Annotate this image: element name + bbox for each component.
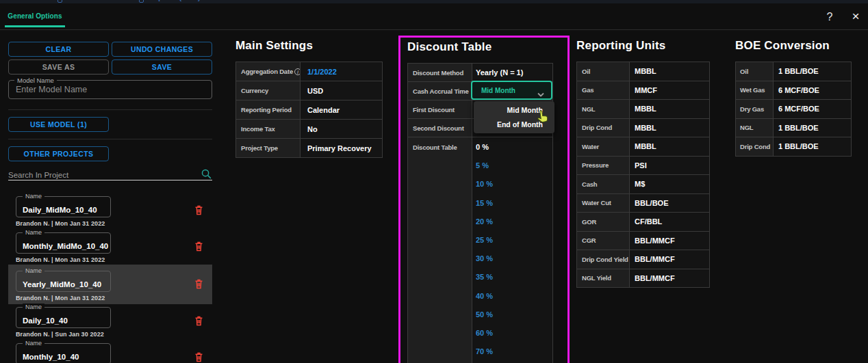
reporting-units-table: OilMBBLGasMMCFNGLMBBLDrip CondMBBLWaterM… [576, 62, 710, 288]
save-as-button[interactable]: SAVE AS [8, 59, 109, 75]
row-value[interactable]: M$ [630, 175, 709, 193]
discount-percent[interactable]: 70 % [476, 342, 552, 361]
row-label-text: Aggregation Date [241, 68, 293, 75]
row-value-text: USD [307, 87, 323, 95]
row-value[interactable]: BBL/MMCF [630, 250, 709, 269]
model-name-box[interactable]: NameMonthly_10_40 [16, 343, 111, 363]
row-value[interactable]: BBL/MMCF [630, 269, 709, 288]
row-value[interactable]: 6 MCF/BOE [774, 81, 851, 100]
row-label-text: NGL [740, 124, 753, 131]
boe-conversion-table: Oil1 BBL/BOEWet Gas6 MCF/BOEDry Gas6 MCF… [735, 62, 852, 157]
model-name-field-label: Model Name [14, 77, 57, 84]
row-value[interactable]: CF/BBL [630, 213, 709, 231]
model-name-box-label: Name [23, 229, 44, 236]
nav-icon-1 [58, 0, 62, 3]
info-icon[interactable]: i [294, 68, 300, 75]
discount-percent[interactable]: 30 % [476, 250, 552, 268]
nav-item-reports[interactable]: Reports (Beta) [149, 0, 201, 1]
discount-percent[interactable]: 25 % [476, 231, 552, 250]
delete-model-icon[interactable] [193, 351, 205, 363]
row-value-text: 1 BBL/BOE [778, 124, 819, 132]
discount-percent[interactable]: 40 % [476, 287, 552, 306]
main-settings-section: Main Settings Aggregation Datei1/1/2022C… [235, 38, 383, 158]
model-name-box[interactable]: NameDaily_10_40 [16, 307, 111, 328]
discount-percent[interactable]: 20 % [476, 213, 552, 231]
boe-conversion-section: BOE Conversion Oil1 BBL/BOEWet Gas6 MCF/… [735, 38, 852, 157]
row-value[interactable]: MBBL [630, 100, 709, 118]
model-list-item[interactable]: NameMonthly_10_40 [8, 340, 212, 363]
row-label: Dry Gas [736, 100, 773, 118]
discount-percent[interactable]: 5 % [476, 157, 552, 175]
cash-accrual-dropdown[interactable]: Mid Month [471, 81, 552, 100]
row-value[interactable]: MBBL [630, 62, 709, 81]
row-label: Drip Cond [736, 137, 773, 156]
row-label-text: Cash [582, 180, 597, 188]
row-value-text: 6 MCF/BOE [778, 105, 819, 113]
row-value-text: BBL/MMCF [635, 255, 675, 263]
row-value-text: 6 MCF/BOE [778, 86, 819, 94]
discount-percent[interactable]: 35 % [476, 268, 552, 286]
row-value[interactable]: MBBL [630, 119, 709, 137]
row-label-text: Oil [582, 68, 590, 75]
model-name-text: Yearly_MidMo_10_40 [23, 280, 101, 288]
clear-button[interactable]: CLEAR [8, 42, 109, 57]
model-list-item[interactable]: NameDaily_10_40Brandon N. | Sun Jan 30 2… [8, 304, 212, 340]
model-list: NameDaily_MidMo_10_40Brandon N. | Mon Ja… [8, 193, 212, 363]
undo-changes-button[interactable]: UNDO CHANGES [112, 42, 212, 57]
discount-percent[interactable]: 50 % [476, 306, 552, 324]
row-value[interactable]: 1/1/2022 [301, 62, 382, 81]
row-value[interactable]: No [301, 120, 382, 138]
row-value[interactable]: 1 BBL/BOE [774, 62, 851, 81]
discount-percent[interactable]: 0 % [476, 138, 552, 157]
row-value[interactable]: 1 BBL/BOE [774, 137, 851, 156]
row-value[interactable]: 6 MCF/BOE [774, 100, 851, 118]
model-list-item[interactable]: NameDaily_MidMo_10_40Brandon N. | Mon Ja… [8, 193, 212, 230]
delete-model-icon[interactable] [193, 278, 205, 291]
delete-model-icon[interactable] [193, 240, 205, 254]
model-name-box[interactable]: NameYearly_MidMo_10_40 [16, 271, 111, 292]
model-name-box-label: Name [23, 193, 44, 200]
model-list-item[interactable]: NameYearly_MidMo_10_40Brandon N. | Mon J… [8, 265, 212, 304]
help-icon[interactable]: ? [823, 3, 837, 30]
row-value-text: Primary Recovery [307, 144, 372, 152]
row-value[interactable]: Yearly (N = 1) [472, 64, 552, 81]
row-label: Pressure [577, 157, 629, 175]
row-value[interactable]: BBL/MMCF [630, 232, 709, 250]
row-label: NGL [577, 100, 629, 118]
model-meta: Brandon N. | Sun Jan 30 2022 [16, 331, 212, 338]
discount-percent[interactable]: 10 % [476, 175, 552, 193]
row-label-text: NGL [582, 105, 595, 113]
model-name-box-label: Name [23, 304, 44, 310]
discount-percent[interactable]: 15 % [476, 194, 552, 213]
search-icon[interactable] [201, 168, 212, 183]
row-value[interactable]: Calendar [301, 100, 382, 119]
row-label-text: Pressure [582, 161, 609, 169]
close-icon[interactable]: × [848, 3, 863, 30]
row-value-text: No [307, 125, 318, 133]
discount-percents-cell: 0 %5 %10 %15 %20 %25 %30 %35 %40 %50 %60… [472, 137, 552, 363]
search-input[interactable] [8, 171, 193, 179]
nav-item-scenario-wells[interactable]: Scenario Wells [0, 0, 35, 1]
row-value[interactable]: 1 BBL/BOE [774, 119, 851, 137]
delete-model-icon[interactable] [193, 204, 205, 217]
row-value[interactable]: Primary Recovery [301, 139, 382, 157]
use-model-button[interactable]: USE MODEL (1) [8, 117, 109, 132]
delete-model-icon[interactable] [193, 314, 205, 328]
row-label-text: First Discount [413, 106, 455, 113]
discount-percent[interactable]: 60 % [476, 324, 552, 342]
model-name-text: Daily_MidMo_10_40 [23, 206, 97, 214]
row-value[interactable]: MBBL [630, 137, 709, 156]
row-value[interactable]: USD [301, 81, 382, 100]
tab-general-options[interactable]: General Options [5, 3, 65, 30]
model-name-field: Model Name [8, 80, 212, 99]
row-value[interactable]: PSI [630, 157, 709, 175]
model-name-box[interactable]: NameMonthly_MidMo_10_40 [16, 232, 111, 254]
save-button[interactable]: SAVE [112, 59, 212, 75]
row-value[interactable]: MMCF [630, 81, 709, 100]
other-projects-button[interactable]: OTHER PROJECTS [8, 146, 109, 161]
cursor-hand-icon [535, 107, 552, 129]
nav-item-scenario-table[interactable]: Scenario Table [74, 0, 127, 1]
model-list-item[interactable]: NameMonthly_MidMo_10_40Brandon N. | Mon … [8, 230, 212, 266]
model-name-box[interactable]: NameDaily_MidMo_10_40 [16, 196, 111, 217]
row-value[interactable]: BBL/BOE [630, 194, 709, 213]
